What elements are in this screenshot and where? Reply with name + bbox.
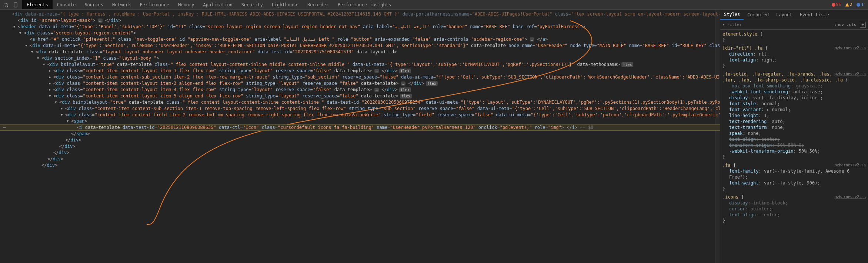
style-declaration[interactable]: text-align: center;: [729, 136, 866, 142]
tab-sources[interactable]: Sources: [80, 0, 108, 9]
dom-line[interactable]: </div>: [0, 156, 720, 162]
styles-tabs: Styles Computed Layout Event Liste: [720, 10, 868, 20]
expand-arrow-icon[interactable]: ▼: [43, 61, 45, 68]
tab-application[interactable]: Application: [198, 0, 237, 9]
dom-line[interactable]: <div data-ui-meta="{ type : Harness , ru…: [0, 11, 720, 17]
expand-arrow-icon[interactable]: ▼: [37, 55, 39, 61]
expand-arrow-icon[interactable]: ▶: [49, 74, 51, 80]
dom-line[interactable]: ▼<span>: [0, 118, 720, 124]
device-icon[interactable]: [13, 2, 19, 8]
dom-line[interactable]: </span>: [0, 131, 720, 137]
expand-arrow-icon[interactable]: ▼: [13, 24, 15, 30]
issues-badge[interactable]: 1: [855, 2, 865, 7]
styles-filter-input[interactable]: [727, 22, 831, 27]
warnings-badge[interactable]: 2: [844, 2, 854, 7]
flex-badge[interactable]: flex: [426, 81, 438, 86]
tab-recorder[interactable]: Recorder: [303, 0, 333, 9]
dom-line[interactable]: ▼<div bsimplelayout="true" data-template…: [0, 61, 720, 68]
style-rule[interactable]: pzharnessv2.ss[dir="rtl"] .fa {direction…: [722, 45, 866, 69]
expand-arrow-icon[interactable]: ▼: [67, 118, 69, 124]
rule-source-link[interactable]: pzharnessv2.ss: [835, 71, 866, 77]
dom-tree[interactable]: <div data-ui-meta="{ type : Harness , ru…: [0, 10, 720, 176]
style-rule[interactable]: pzharnessv2.ss.fa-solid, .fa-regular, .f…: [722, 71, 866, 160]
style-declaration[interactable]: line-height: 1;: [729, 113, 866, 119]
style-declaration[interactable]: font-style: normal;: [729, 101, 866, 107]
dom-line[interactable]: ▶<div class="content-item content-layout…: [0, 68, 720, 74]
tab-elements[interactable]: Elements: [22, 0, 53, 9]
flex-badge[interactable]: flex: [399, 69, 411, 73]
tab-memory[interactable]: Memory: [174, 0, 198, 9]
dom-line[interactable]: ▶<div class="content-item content-layout…: [0, 87, 720, 93]
dom-line[interactable]: ▶<div class="content-item content-layout…: [0, 80, 720, 87]
dom-line[interactable]: </div>: [0, 137, 720, 143]
style-rule[interactable]: pzharnessv2.cs.icons {display: inline-bl…: [722, 194, 866, 224]
flex-badge[interactable]: flex: [399, 87, 411, 92]
style-declaration[interactable]: font-weight: var(--fa-style, 900);: [729, 180, 866, 186]
tab-styles[interactable]: Styles: [720, 10, 744, 20]
style-declaration[interactable]: cursor: pointer;: [729, 206, 866, 212]
dom-line[interactable]: ▶<div class="content-item content-sub_se…: [0, 106, 720, 112]
style-rule[interactable]: pzharnessv2.ss.fa {font-family: var(--fa…: [722, 162, 866, 192]
tab-layout[interactable]: Layout: [772, 10, 796, 20]
dom-line[interactable]: ▼<div section_index="1" class="layout-bo…: [0, 55, 720, 61]
expand-arrow-icon[interactable]: ▼: [61, 112, 63, 118]
expand-arrow-icon[interactable]: ▼: [49, 93, 51, 99]
dom-line[interactable]: </div>: [0, 150, 720, 156]
rule-source-link[interactable]: pzharnessv2.cs: [835, 194, 866, 200]
new-rule-button[interactable]: +: [860, 22, 866, 28]
dom-line[interactable]: ▼<div data-ui-meta="{'type':'Section','r…: [0, 43, 720, 49]
style-declaration[interactable]: display: inline-block;: [729, 200, 866, 206]
style-declaration[interactable]: text-transform: none;: [729, 124, 866, 130]
rule-source-link[interactable]: pzharnessv2.ss: [835, 162, 866, 168]
style-declaration[interactable]: -webkit-transform-origin: 50% 50%;: [729, 148, 866, 154]
expand-arrow-icon[interactable]: ▼: [31, 49, 33, 55]
flex-badge[interactable]: flex: [621, 62, 633, 67]
style-rule[interactable]: element.style {}: [722, 31, 866, 43]
style-declaration[interactable]: -moz-osx-font-smoothing: grayscale;: [729, 83, 866, 89]
expand-arrow-icon[interactable]: ▼: [19, 30, 21, 36]
style-declaration[interactable]: direction: rtl;: [729, 51, 866, 57]
style-declaration[interactable]: font-variant: ▸ normal;: [729, 107, 866, 113]
inspect-icon[interactable]: [4, 2, 10, 8]
styles-rules[interactable]: element.style {}pzharnessv2.ss[dir="rtl"…: [720, 30, 868, 263]
dom-line[interactable]: <a href="#" onclick="pd(event);" class="…: [0, 36, 720, 43]
tab-network[interactable]: Network: [108, 0, 136, 9]
expand-arrow-icon[interactable]: ▼: [25, 43, 27, 49]
style-declaration[interactable]: -webkit-font-smoothing: antialiase;: [729, 89, 866, 95]
tab-security[interactable]: Security: [237, 0, 267, 9]
dom-line[interactable]: ▼<header data-ui-meta="{'type':'Panel','…: [0, 24, 720, 30]
dom-line[interactable]: </div>: [0, 143, 720, 150]
style-declaration[interactable]: transform-origin: 50% 50% 0;: [729, 142, 866, 148]
dom-line[interactable]: ▶<div class="content-item content-sub_se…: [0, 74, 720, 80]
tab-console[interactable]: Console: [53, 0, 80, 9]
dom-line[interactable]: ▼<div class="content-item content-layout…: [0, 93, 720, 99]
errors-badge[interactable]: 55: [830, 2, 842, 7]
dom-line-selected[interactable]: ⋯<i data-template data-test-id="20250121…: [0, 124, 720, 131]
style-declaration[interactable]: text-align: center;: [729, 212, 866, 218]
hov-cls-toggle[interactable]: :hov .cls: [832, 22, 858, 27]
expand-arrow-icon[interactable]: ▶: [49, 80, 51, 87]
style-declaration[interactable]: display: var(--fa-display, inline-;: [729, 95, 866, 101]
tab-computed[interactable]: Computed: [744, 10, 772, 20]
flex-badge[interactable]: flex: [400, 94, 412, 99]
dom-line[interactable]: <div id="screen-layout-mask"> … </div>: [0, 17, 720, 24]
expand-arrow-icon[interactable]: ▶: [61, 106, 63, 112]
rule-source-link[interactable]: pzharnessv2.ss: [835, 45, 866, 51]
filter-icon: ▾: [722, 22, 725, 27]
style-declaration[interactable]: font-family: var(--fa-style-family, Awes…: [729, 168, 866, 180]
dom-line[interactable]: </div>: [0, 162, 720, 169]
tab-performance[interactable]: Performance: [136, 0, 174, 9]
style-declaration[interactable]: text-align: right;: [729, 57, 866, 63]
style-declaration[interactable]: speak: none;: [729, 130, 866, 136]
expand-arrow-icon[interactable]: ▼: [55, 99, 57, 106]
tab-perf-insights[interactable]: Performance insights: [333, 0, 396, 9]
dom-line[interactable]: ▼<div class="screen-layout-region-conten…: [0, 30, 720, 36]
tab-event-listeners[interactable]: Event Liste: [796, 10, 833, 20]
style-declaration[interactable]: text-rendering: auto;: [729, 119, 866, 124]
expand-arrow-icon[interactable]: ▶: [49, 68, 51, 74]
tab-lighthouse[interactable]: Lighthouse: [267, 0, 303, 9]
dom-line[interactable]: ▼<div bsimplelayout="true" data-template…: [0, 99, 720, 106]
expand-arrow-icon[interactable]: ▶: [49, 87, 51, 93]
dom-line[interactable]: ▼<div class="content-item content-field …: [0, 112, 720, 118]
dom-line[interactable]: ▼<div data-template class="layout layout…: [0, 49, 720, 55]
